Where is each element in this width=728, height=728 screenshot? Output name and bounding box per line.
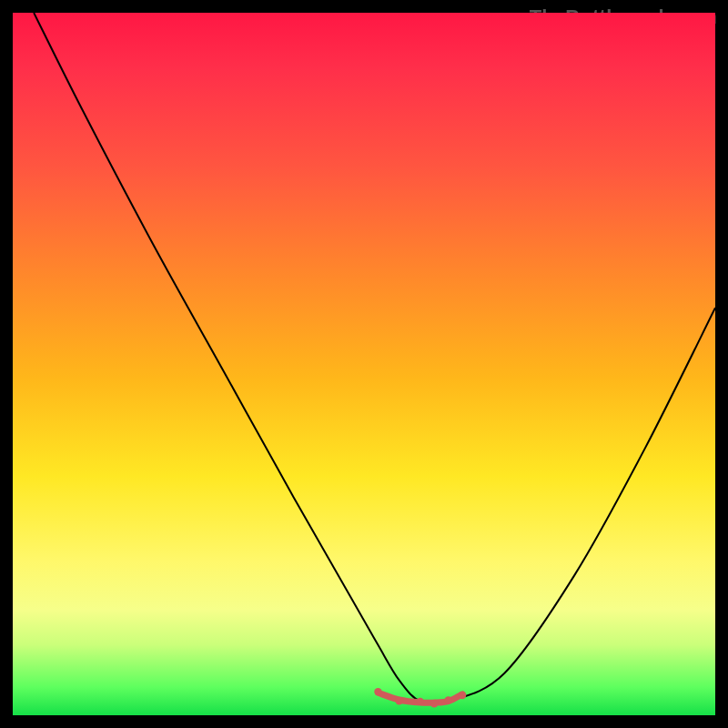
chart-svg [13,13,715,715]
optimal-range-dot [444,696,451,703]
optimal-range-dot [430,700,438,707]
optimal-range-dots [374,688,466,708]
optimal-range-dot [417,698,424,705]
optimal-range-dot [459,692,466,699]
plot-area [13,13,715,715]
optimal-range-dot [374,688,381,695]
optimal-range-dot [395,697,402,704]
bottleneck-curve [34,13,715,704]
optimal-range-spline [378,693,462,703]
chart-stage: TheBottleneck.com [0,0,728,728]
